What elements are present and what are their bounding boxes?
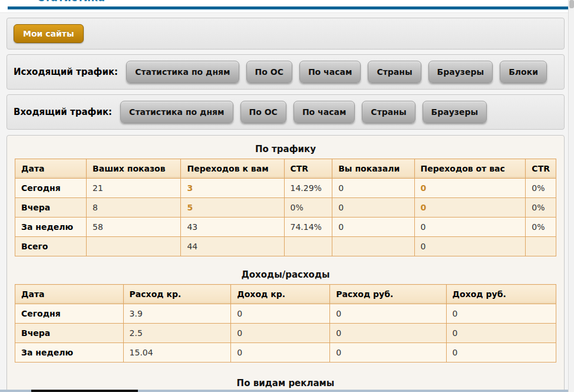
- traffic-table-header-row: Дата Ваших показов Переходов к вам CTR В…: [15, 159, 556, 179]
- table-row: За неделю 15.04 0 0 0: [15, 343, 556, 363]
- outgoing-countries-button[interactable]: Страны: [368, 61, 421, 83]
- table-cell: 0: [330, 324, 446, 343]
- table-cell: [332, 237, 414, 256]
- top-bar: Статистика: [0, 0, 574, 13]
- table-cell: 74.14%: [284, 218, 332, 237]
- vertical-scrollbar[interactable]: [568, 0, 574, 392]
- table-row: Вчера 2.5 0 0 0: [15, 324, 556, 343]
- table-cell: Сегодня: [15, 304, 124, 324]
- incoming-browsers-button[interactable]: Браузеры: [423, 101, 487, 123]
- table-cell: 0: [446, 324, 556, 343]
- table-row: За неделю 58 43 74.14% 0 0 0%: [15, 218, 556, 237]
- table-cell: 3.9: [123, 304, 231, 324]
- table-cell: За неделю: [15, 343, 124, 363]
- vertical-scrollbar-thumb[interactable]: [569, 0, 574, 8]
- statistics-tables-panel: По трафику Дата Ваших показов Переходов …: [6, 135, 565, 392]
- outgoing-by-hours-button[interactable]: По часам: [299, 61, 361, 83]
- table-cell: 0: [231, 304, 330, 324]
- table-cell: 14.29%: [284, 179, 332, 198]
- incoming-traffic-label: Входящий трафик:: [14, 107, 112, 117]
- horizontal-scrollbar-thumb[interactable]: [31, 390, 138, 392]
- table-cell: [284, 237, 332, 256]
- table-cell: 44: [181, 237, 284, 256]
- column-header: Расход кр.: [123, 285, 231, 304]
- table-cell: 0: [332, 218, 414, 237]
- ads-table-title: По видам рекламы: [15, 378, 556, 388]
- table-cell: Вчера: [15, 324, 124, 343]
- column-header: Переходов к вам: [181, 159, 284, 179]
- column-header: CTR: [526, 159, 556, 179]
- table-cell: 0%: [526, 179, 556, 198]
- outgoing-traffic-label: Исходящий трафик:: [14, 67, 118, 77]
- table-cell: 43: [181, 218, 284, 237]
- income-expense-table: Дата Расход кр. Доход кр. Расход руб. До…: [15, 284, 556, 363]
- table-cell: 8: [87, 198, 181, 218]
- table-cell: 0: [231, 324, 330, 343]
- column-header: Доход руб.: [446, 285, 556, 304]
- horizontal-scrollbar[interactable]: [0, 390, 568, 392]
- table-cell: 0: [330, 343, 446, 363]
- column-header: Переходов от вас: [414, 159, 526, 179]
- table-cell: 0: [332, 179, 414, 198]
- main-content: Мои сайты Исходящий трафик: Статистика п…: [6, 18, 565, 392]
- table-cell: 0: [446, 304, 556, 324]
- my-sites-panel: Мои сайты: [6, 18, 565, 50]
- header-divider: [8, 6, 568, 9]
- column-header: Дата: [15, 285, 124, 304]
- column-header: Вы показали: [332, 159, 414, 179]
- table-row: Сегодня 21 3 14.29% 0 0 0%: [15, 179, 556, 198]
- incoming-traffic-panel: Входящий трафик: Статистика по дням По О…: [6, 94, 565, 130]
- table-cell: 58: [87, 218, 181, 237]
- table-cell: 2.5: [123, 324, 231, 343]
- table-cell: 0%: [526, 218, 556, 237]
- table-cell: 0: [231, 343, 330, 363]
- table-cell: [526, 237, 556, 256]
- my-sites-button[interactable]: Мои сайты: [14, 24, 84, 43]
- table-cell: За неделю: [15, 218, 87, 237]
- table-cell: 15.04: [123, 343, 231, 363]
- table-cell: 0%: [284, 198, 332, 218]
- table-cell: 5: [181, 198, 284, 218]
- traffic-table-title: По трафику: [15, 144, 556, 154]
- table-cell: 0: [330, 304, 446, 324]
- table-row: Вчера 8 5 0% 0 0 0%: [15, 198, 556, 218]
- incoming-by-os-button[interactable]: По ОС: [240, 101, 286, 123]
- column-header: CTR: [284, 159, 332, 179]
- outgoing-stats-by-days-button[interactable]: Статистика по дням: [126, 61, 239, 83]
- table-cell: 0: [414, 179, 526, 198]
- incoming-by-hours-button[interactable]: По часам: [293, 101, 355, 123]
- table-row: Всего 44 0: [15, 237, 556, 256]
- outgoing-blocks-button[interactable]: Блоки: [500, 61, 547, 83]
- column-header: Доход кр.: [231, 285, 330, 304]
- table-row: Сегодня 3.9 0 0 0: [15, 304, 556, 324]
- table-cell: 0: [414, 218, 526, 237]
- table-cell: 3: [181, 179, 284, 198]
- table-cell: [87, 237, 181, 256]
- column-header: Дата: [15, 159, 87, 179]
- page-title: Статистика: [37, 0, 167, 4]
- incoming-countries-button[interactable]: Страны: [362, 101, 415, 123]
- table-cell: Вчера: [15, 198, 87, 218]
- table-cell: 0: [332, 198, 414, 218]
- traffic-table: Дата Ваших показов Переходов к вам CTR В…: [15, 159, 556, 256]
- table-cell: 21: [87, 179, 181, 198]
- outgoing-by-os-button[interactable]: По ОС: [246, 61, 292, 83]
- table-cell: 0: [414, 198, 526, 218]
- table-cell: Сегодня: [15, 179, 87, 198]
- table-cell: 0: [446, 343, 556, 363]
- income-table-title: Доходы/расходы: [15, 269, 556, 280]
- table-cell: 0%: [526, 198, 556, 218]
- income-table-header-row: Дата Расход кр. Доход кр. Расход руб. До…: [15, 285, 556, 304]
- outgoing-browsers-button[interactable]: Браузеры: [428, 61, 493, 83]
- table-cell: 0: [414, 237, 526, 256]
- incoming-stats-by-days-button[interactable]: Статистика по дням: [120, 101, 233, 123]
- table-cell: Всего: [15, 237, 87, 256]
- column-header: Расход руб.: [330, 285, 446, 304]
- column-header: Ваших показов: [87, 159, 181, 179]
- outgoing-traffic-panel: Исходящий трафик: Статистика по дням По …: [6, 54, 565, 90]
